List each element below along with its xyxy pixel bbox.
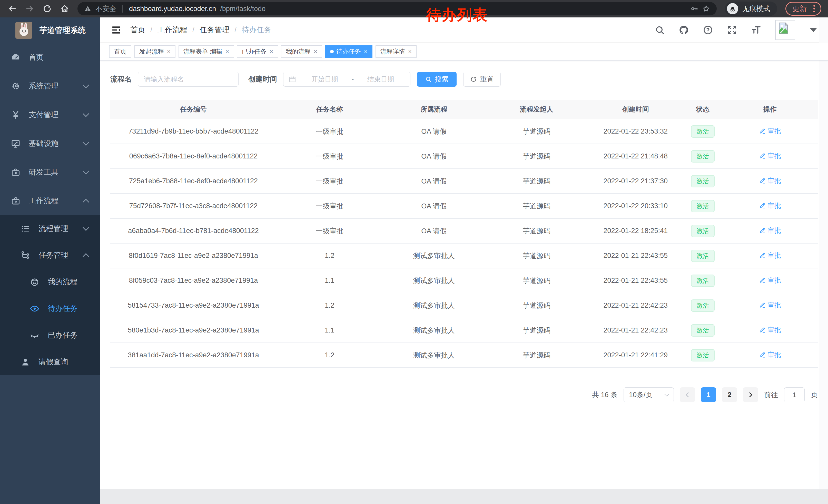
edit-icon <box>759 277 766 283</box>
prev-page-button[interactable] <box>680 387 695 402</box>
github-icon[interactable] <box>679 25 689 35</box>
sidebar-collapse-icon[interactable] <box>111 25 122 35</box>
tab-start-process[interactable]: 发起流程 × <box>134 45 175 58</box>
sidebar-item-todo-tasks[interactable]: 待办任务 <box>0 295 100 322</box>
eye-icon <box>30 304 40 314</box>
sidebar-item-leave-query[interactable]: 请假查询 <box>0 349 100 375</box>
approve-button[interactable]: 审批 <box>759 326 781 334</box>
incognito-label: 无痕模式 <box>742 4 770 13</box>
sidebar-item-home[interactable]: 首页 <box>0 43 100 72</box>
vertical-scrollbar[interactable] <box>819 17 828 489</box>
search-icon[interactable] <box>655 25 665 35</box>
cell-task-name: 一级审批 <box>277 119 383 144</box>
sidebar-item-label: 工作流程 <box>29 196 58 206</box>
process-name-input[interactable] <box>138 72 239 87</box>
page-unit-label: 页 <box>811 390 818 400</box>
address-bar[interactable]: 不安全 dashboard.yudao.iocoder.cn/bpm/task/… <box>78 2 717 15</box>
tags-view: 首页 发起流程 × 流程表单-编辑 × 已办任务 × 我的流程 × 待办任务 × <box>100 43 828 60</box>
yen-icon <box>11 110 20 120</box>
search-button[interactable]: 搜索 <box>417 72 457 87</box>
approve-button[interactable]: 审批 <box>759 176 781 185</box>
table-row: 58154733-7ac8-11ec-a9e2-a2380e71991a 1.2… <box>110 293 818 318</box>
sidebar-item-process-mgmt[interactable]: 流程管理 <box>0 215 100 242</box>
fullscreen-icon[interactable] <box>727 25 737 35</box>
chevron-down-icon[interactable] <box>810 28 817 32</box>
reset-button[interactable]: 重置 <box>463 72 501 87</box>
cell-process: 测试多审批人 <box>383 318 485 343</box>
key-icon[interactable] <box>691 5 698 12</box>
approve-button[interactable]: 审批 <box>759 201 781 210</box>
date-range-picker[interactable]: 开始日期 - 结束日期 <box>283 72 410 87</box>
close-icon[interactable]: × <box>225 48 229 55</box>
sidebar-item-task-mgmt[interactable]: 任务管理 <box>0 242 100 269</box>
briefcase-icon <box>11 196 20 206</box>
close-icon[interactable]: × <box>167 48 171 55</box>
tab-form-edit[interactable]: 流程表单-编辑 × <box>178 45 234 58</box>
cell-task-name: 1.2 <box>277 243 383 268</box>
close-icon[interactable]: × <box>408 48 412 55</box>
update-button[interactable]: 更新 <box>785 2 821 16</box>
breadcrumb-home[interactable]: 首页 <box>130 25 145 35</box>
security-label: 不安全 <box>95 4 116 13</box>
approve-label: 审批 <box>768 127 781 136</box>
chevron-up-icon <box>83 253 89 260</box>
approve-button[interactable]: 审批 <box>759 127 781 136</box>
font-size-icon[interactable] <box>751 25 761 35</box>
star-icon[interactable] <box>702 5 710 12</box>
sidebar-item-system[interactable]: 系统管理 <box>0 72 100 100</box>
breadcrumb-task-mgmt[interactable]: 任务管理 <box>200 25 229 35</box>
page-button-1[interactable]: 1 <box>701 387 716 402</box>
sidebar-item-my-process[interactable]: 我的流程 <box>0 269 100 295</box>
monitor-icon <box>11 139 20 148</box>
approve-button[interactable]: 审批 <box>759 276 781 285</box>
tab-my-process[interactable]: 我的流程 × <box>281 45 322 58</box>
sidebar-item-label: 支付管理 <box>29 110 58 120</box>
approve-label: 审批 <box>768 176 781 185</box>
table-row: 73211d9d-7b9b-11ec-b5b7-acde48001122 一级审… <box>110 119 818 144</box>
cell-starter: 芋道源码 <box>485 218 588 243</box>
tab-todo-tasks[interactable]: 待办任务 × <box>325 45 372 58</box>
breadcrumb-workflow[interactable]: 工作流程 <box>158 25 187 35</box>
breadcrumb-current: 待办任务 <box>242 25 272 35</box>
breadcrumb-separator: / <box>235 26 237 34</box>
cell-task-id: 725a1eb6-7b88-11ec-8ef0-acde48001122 <box>110 169 277 193</box>
approve-label: 审批 <box>768 226 781 235</box>
table-row: 381aa1dd-7ac8-11ec-a9e2-a2380e71991a 1.2… <box>110 343 818 368</box>
approve-button[interactable]: 审批 <box>759 351 781 359</box>
next-page-button[interactable] <box>743 387 758 402</box>
edit-icon <box>759 227 766 234</box>
approve-button[interactable]: 审批 <box>759 151 781 161</box>
end-date-placeholder: 结束日期 <box>356 75 405 84</box>
goto-page-input[interactable] <box>784 387 805 402</box>
approve-button[interactable]: 审批 <box>759 226 781 235</box>
approve-button[interactable]: 审批 <box>759 301 781 310</box>
status-badge: 激活 <box>691 250 715 262</box>
page-content: 流程名 创建时间 开始日期 - 结束日期 搜索 重置 <box>100 60 828 402</box>
avatar[interactable] <box>775 20 795 40</box>
sidebar-item-devtools[interactable]: 研发工具 <box>0 158 100 187</box>
sidebar-item-label: 研发工具 <box>29 167 58 177</box>
close-icon[interactable]: × <box>270 48 273 55</box>
list-icon <box>20 224 30 234</box>
help-icon[interactable] <box>703 25 713 35</box>
page-button-2[interactable]: 2 <box>722 387 737 402</box>
page-size-select[interactable]: 10条/页 <box>624 387 674 402</box>
tab-done-tasks[interactable]: 已办任务 × <box>237 45 278 58</box>
forward-icon[interactable] <box>25 4 34 13</box>
approve-button[interactable]: 审批 <box>759 251 781 260</box>
browser-chrome: 不安全 dashboard.yudao.iocoder.cn/bpm/task/… <box>0 0 828 17</box>
browser-menu-icon[interactable] <box>812 5 817 12</box>
sidebar-item-done-tasks[interactable]: 已办任务 <box>0 322 100 349</box>
table-row: 725a1eb6-7b88-11ec-8ef0-acde48001122 一级审… <box>110 169 818 193</box>
home-icon[interactable] <box>60 4 69 13</box>
sidebar-item-payment[interactable]: 支付管理 <box>0 100 100 129</box>
cell-process: OA 请假 <box>383 119 485 144</box>
back-icon[interactable] <box>8 4 17 13</box>
tab-process-detail[interactable]: 流程详情 × <box>376 45 417 58</box>
tab-home[interactable]: 首页 <box>109 45 131 58</box>
close-icon[interactable]: × <box>364 48 368 55</box>
sidebar-item-infra[interactable]: 基础设施 <box>0 129 100 158</box>
sidebar-item-workflow[interactable]: 工作流程 <box>0 187 100 215</box>
close-icon[interactable]: × <box>314 48 317 55</box>
reload-icon[interactable] <box>43 4 52 13</box>
